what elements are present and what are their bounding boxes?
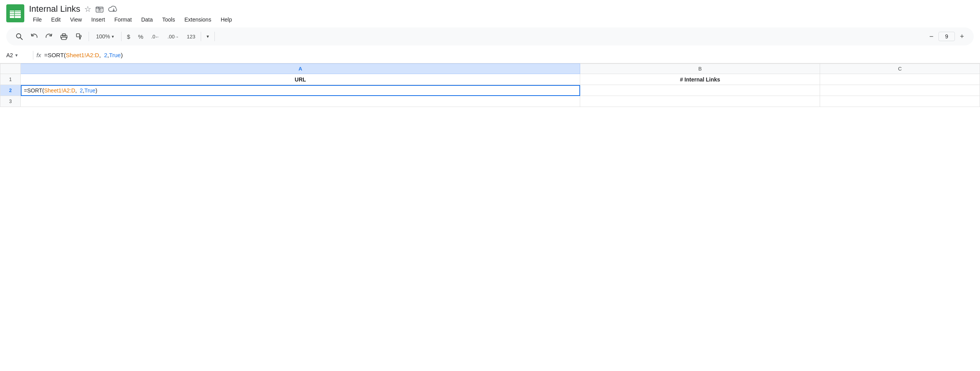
- toolbar-sep-1: [89, 32, 89, 41]
- formula-bar-sep: [33, 51, 33, 60]
- currency-button[interactable]: $: [125, 32, 132, 42]
- percent-button[interactable]: %: [136, 32, 145, 42]
- menu-bar: File Edit View Insert Format Data Tools …: [29, 15, 236, 24]
- redo-button[interactable]: [42, 30, 56, 43]
- svg-rect-2: [10, 9, 21, 11]
- spreadsheet-container: A B C 1 URL # Internal Links 2: [0, 63, 980, 107]
- cell-a3[interactable]: [21, 96, 580, 107]
- doc-title-row: Internal Links ☆: [29, 4, 236, 14]
- paint-format-button[interactable]: [72, 30, 85, 43]
- formula-part-4: 2: [102, 52, 107, 58]
- formula-cell: =SORT(Sheet1!A2:D, 2,True): [24, 87, 577, 94]
- number-format-group: $ % .0← .00→ 123: [125, 32, 198, 42]
- menu-insert[interactable]: Insert: [87, 15, 109, 24]
- menu-extensions[interactable]: Extensions: [180, 15, 215, 24]
- formula-part-1: =SORT(: [44, 52, 66, 58]
- fc-part-7: ): [96, 87, 98, 94]
- formula-part-6: True: [109, 52, 121, 58]
- folder-icon[interactable]: [95, 5, 104, 13]
- fc-part-6: True: [84, 87, 95, 94]
- formula-part-3: ,: [99, 52, 102, 58]
- toolbar-sep-4: [214, 32, 215, 41]
- fx-icon: fx: [36, 52, 41, 58]
- svg-line-11: [20, 38, 22, 40]
- corner-cell: [0, 64, 21, 74]
- search-button[interactable]: [13, 30, 26, 43]
- decimal-decrease-button[interactable]: .0←: [149, 32, 162, 41]
- toolbar-sep-3: [201, 32, 201, 41]
- menu-data[interactable]: Data: [137, 15, 157, 24]
- row-number-2: 2: [0, 85, 21, 96]
- zoom-control[interactable]: 100% ▾: [92, 32, 118, 41]
- menu-edit[interactable]: Edit: [47, 15, 65, 24]
- zoom-label: 100%: [96, 33, 110, 40]
- font-size-value[interactable]: 9: [938, 32, 955, 41]
- doc-title: Internal Links: [29, 4, 80, 14]
- formula-part-7: ): [121, 52, 123, 58]
- cell-reference[interactable]: A2 ▾: [6, 52, 30, 58]
- fc-part-1: =SORT(: [24, 87, 44, 94]
- col-header-c[interactable]: C: [820, 64, 980, 74]
- undo-button[interactable]: [27, 30, 41, 43]
- formula-bar: A2 ▾ fx =SORT(Sheet1!A2:D, 2,True): [0, 47, 980, 63]
- formula-part-2: Sheet1!A2:D: [66, 52, 99, 58]
- cell-c3[interactable]: [820, 96, 980, 107]
- svg-point-10: [16, 34, 21, 38]
- svg-rect-15: [76, 34, 80, 37]
- menu-file[interactable]: File: [29, 15, 46, 24]
- format-number-button[interactable]: 123: [184, 32, 198, 41]
- col-header-b[interactable]: B: [580, 64, 820, 74]
- font-size-decrease-button[interactable]: −: [926, 31, 937, 42]
- menu-help[interactable]: Help: [217, 15, 236, 24]
- cell-c2[interactable]: [820, 85, 980, 96]
- toolbar: 100% ▾ $ % .0← .00→ 123 ▾ − 9 +: [6, 27, 974, 45]
- fc-part-4: 2: [78, 87, 83, 94]
- toolbar-sep-2: [121, 32, 122, 41]
- menu-format[interactable]: Format: [111, 15, 136, 24]
- cell-b3[interactable]: [580, 96, 820, 107]
- cell-c1[interactable]: [820, 74, 980, 85]
- formula-content[interactable]: =SORT(Sheet1!A2:D, 2,True): [44, 52, 974, 58]
- column-header-row: A B C: [0, 64, 980, 74]
- fc-part-3: ,: [75, 87, 78, 94]
- row-number-1: 1: [0, 74, 21, 85]
- spreadsheet-grid: A B C 1 URL # Internal Links 2: [0, 63, 980, 107]
- svg-point-14: [65, 36, 66, 37]
- table-row: 2 =SORT(Sheet1!A2:D, 2,True): [0, 85, 980, 96]
- header-right: Internal Links ☆: [29, 4, 236, 24]
- menu-tools[interactable]: Tools: [158, 15, 179, 24]
- cell-a2[interactable]: =SORT(Sheet1!A2:D, 2,True): [21, 85, 580, 96]
- more-formats-arrow: ▾: [207, 34, 209, 39]
- internal-links-header: # Internal Links: [680, 76, 720, 83]
- row-number-3: 3: [0, 96, 21, 107]
- cell-ref-dropdown-icon[interactable]: ▾: [15, 52, 18, 58]
- cell-b2[interactable]: [580, 85, 820, 96]
- svg-rect-12: [62, 37, 66, 40]
- table-row: 1 URL # Internal Links: [0, 74, 980, 85]
- menu-view[interactable]: View: [66, 15, 86, 24]
- font-size-increase-button[interactable]: +: [956, 31, 967, 42]
- decimal-increase-button[interactable]: .00→: [165, 32, 181, 41]
- cloud-save-icon[interactable]: [108, 5, 118, 13]
- svg-rect-13: [62, 34, 65, 36]
- star-icon[interactable]: ☆: [84, 4, 91, 14]
- fc-part-2: Sheet1!A2:D: [44, 87, 75, 94]
- cell-b1[interactable]: # Internal Links: [580, 74, 820, 85]
- col-header-a[interactable]: A: [21, 64, 580, 74]
- zoom-dropdown-icon: ▾: [112, 34, 114, 39]
- url-header: URL: [295, 76, 306, 83]
- cell-a1[interactable]: URL: [21, 74, 580, 85]
- cell-ref-label: A2: [6, 52, 13, 58]
- more-formats-dropdown[interactable]: ▾: [204, 30, 211, 43]
- table-row: 3: [0, 96, 980, 107]
- app-header: Internal Links ☆: [0, 0, 980, 26]
- font-size-controls: − 9 +: [926, 31, 967, 42]
- print-button[interactable]: [57, 30, 71, 43]
- app-logo: [6, 4, 24, 24]
